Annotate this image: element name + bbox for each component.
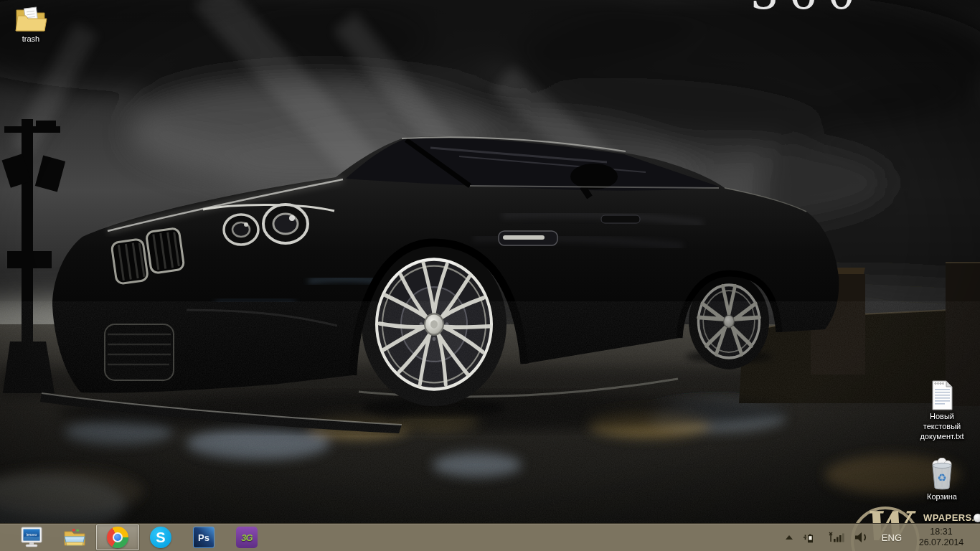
desktop-icon-new-text-document[interactable]: Новый текстовый документ.txt (913, 380, 971, 441)
taskbar-button-lenovo[interactable]: lenovo (10, 524, 53, 550)
photoshop-ps-icon: Ps (193, 527, 215, 548)
chrome-icon (107, 527, 128, 548)
battery-plugged-icon (802, 531, 818, 544)
system-tray: ENG 18:31 26.07.2014 (784, 524, 980, 551)
taskbar-button-skype[interactable]: S (139, 524, 182, 550)
up-arrow-icon (786, 535, 793, 540)
text-file-icon (930, 380, 954, 410)
folder-with-document-icon (14, 4, 47, 33)
clock[interactable]: 18:31 26.07.2014 (913, 527, 970, 548)
desktop-icon-trash[interactable]: trash (1, 4, 60, 44)
taskbar-pinned-apps: lenovo (0, 524, 268, 551)
show-hidden-icons-button[interactable] (784, 534, 794, 541)
svg-text:♻: ♻ (937, 471, 946, 484)
3g-modem-icon: 3G (236, 527, 258, 548)
clock-time: 18:31 (930, 527, 952, 537)
svg-text:lenovo: lenovo (27, 532, 37, 537)
folder-icon (63, 527, 86, 547)
taskbar-button-3g-modem[interactable]: 3G (225, 524, 268, 550)
volume-tray-button[interactable] (852, 529, 871, 545)
wallpaper-partial-text: 360 (750, 0, 908, 14)
wallpaper-car-scene (0, 0, 980, 551)
desktop-icon-label: Новый текстовый документ.txt (913, 412, 971, 441)
chrome-hub (113, 532, 123, 542)
watermark-golfball-icon (974, 514, 980, 522)
taskbar-button-file-explorer[interactable] (53, 524, 96, 550)
watermark-site-text: WPAPERS.RU (923, 512, 980, 523)
network-tray-button[interactable] (826, 529, 846, 545)
lenovo-monitor-icon: lenovo (20, 527, 43, 548)
clock-date: 26.07.2014 (919, 537, 964, 548)
recycle-bin-full-icon: ♻ (928, 458, 956, 491)
desktop-icon-label: Корзина (927, 492, 957, 502)
language-indicator[interactable]: ENG (877, 531, 906, 545)
battery-tray-button[interactable] (801, 529, 819, 545)
taskbar: lenovo (0, 523, 980, 551)
desktop[interactable]: 360 W WPAPERS.RU trash (0, 0, 980, 551)
desktop-icon-label: trash (22, 34, 39, 44)
taskbar-button-photoshop[interactable]: Ps (182, 524, 225, 550)
volume-icon (854, 531, 870, 544)
cellular-signal-icon (827, 531, 844, 544)
taskbar-button-chrome[interactable] (96, 524, 139, 550)
skype-icon: S (150, 527, 171, 548)
desktop-icon-recycle-bin[interactable]: ♻ Корзина (913, 458, 971, 502)
